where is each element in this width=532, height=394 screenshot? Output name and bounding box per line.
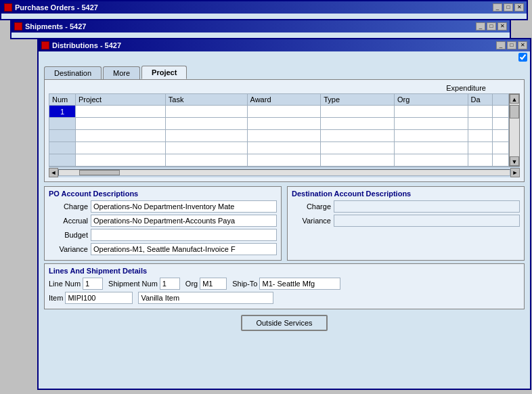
- po-accrual-input[interactable]: [91, 215, 277, 227]
- org-input[interactable]: [200, 278, 227, 290]
- po-window-icon: [4, 3, 12, 12]
- vscroll-down-button[interactable]: ▼: [510, 156, 519, 166]
- table-cell-project[interactable]: [75, 130, 165, 142]
- table-cell-project[interactable]: [75, 142, 165, 154]
- table-cell-award[interactable]: [247, 118, 321, 130]
- table-cell-org[interactable]: [394, 154, 468, 167]
- project-input[interactable]: [77, 120, 164, 128]
- table-cell-award[interactable]: [247, 154, 321, 167]
- tab-more[interactable]: More: [103, 66, 140, 79]
- award-input[interactable]: [249, 108, 319, 116]
- type-input[interactable]: [322, 132, 393, 140]
- org-cell-input[interactable]: [396, 108, 466, 116]
- da-input[interactable]: [470, 132, 491, 140]
- item-desc-input[interactable]: [138, 292, 273, 304]
- item-input[interactable]: [65, 292, 133, 304]
- hscroll-left-button[interactable]: ◄: [49, 168, 58, 177]
- table-cell-da[interactable]: [468, 130, 492, 142]
- task-input[interactable]: [167, 144, 246, 152]
- table-cell-award[interactable]: [247, 130, 321, 142]
- table-cell-da[interactable]: [468, 118, 492, 130]
- dist-minimize-button[interactable]: _: [496, 41, 506, 49]
- po-title: Purchase Orders - 5427: [15, 3, 98, 12]
- table-cell-award[interactable]: [247, 106, 321, 118]
- table-cell-task[interactable]: [165, 118, 247, 130]
- table-cell-org[interactable]: [394, 142, 468, 154]
- award-input[interactable]: [249, 132, 319, 140]
- task-input[interactable]: [167, 108, 246, 116]
- vscroll[interactable]: ▲ ▼: [509, 93, 520, 167]
- type-input[interactable]: [322, 108, 393, 116]
- award-input[interactable]: [249, 120, 319, 128]
- da-input[interactable]: [470, 108, 491, 116]
- dist-title: Distributions - 5427: [52, 41, 121, 49]
- hscroll-right-button[interactable]: ►: [510, 168, 520, 177]
- dist-close-button[interactable]: ✕: [518, 41, 527, 49]
- table-row-num: [49, 118, 76, 130]
- type-input[interactable]: [322, 144, 393, 152]
- task-input[interactable]: [167, 120, 246, 128]
- award-input[interactable]: [249, 144, 319, 152]
- tab-destination[interactable]: Destination: [44, 66, 102, 79]
- table-cell-org[interactable]: [394, 106, 468, 118]
- da-input[interactable]: [470, 120, 491, 128]
- table-cell-project[interactable]: [75, 118, 165, 130]
- top-checkbox[interactable]: [518, 53, 527, 62]
- ship-to-input[interactable]: [259, 278, 340, 290]
- org-cell-input[interactable]: [396, 120, 466, 128]
- table-cell-task[interactable]: [165, 130, 247, 142]
- table-cell-task[interactable]: [165, 106, 247, 118]
- task-input[interactable]: [167, 156, 246, 165]
- po-budget-row: Budget: [49, 229, 277, 241]
- table-cell-project[interactable]: [75, 106, 165, 118]
- hscroll[interactable]: ◄ ►: [49, 167, 520, 177]
- po-close-button[interactable]: ✕: [514, 3, 524, 12]
- dist-maximize-button[interactable]: □: [507, 41, 516, 49]
- ship-minimize-button[interactable]: _: [476, 22, 485, 30]
- dest-variance-input[interactable]: [334, 215, 520, 227]
- table-cell-type[interactable]: [321, 118, 395, 130]
- po-maximize-button[interactable]: □: [504, 3, 513, 12]
- da-input[interactable]: [470, 144, 491, 152]
- type-input[interactable]: [322, 156, 393, 165]
- po-budget-input[interactable]: [91, 229, 277, 241]
- org-cell-input[interactable]: [396, 156, 466, 165]
- project-input[interactable]: [77, 108, 164, 116]
- table-cell-da[interactable]: [468, 142, 492, 154]
- table-cell-type[interactable]: [321, 154, 395, 167]
- po-minimize-button[interactable]: _: [493, 3, 502, 12]
- vscroll-thumb[interactable]: [510, 105, 519, 118]
- tab-project[interactable]: Project: [141, 66, 187, 79]
- task-input[interactable]: [167, 132, 246, 140]
- line-num-input[interactable]: [83, 278, 103, 290]
- hscroll-thumb[interactable]: [79, 170, 120, 175]
- dest-charge-input[interactable]: [334, 200, 520, 213]
- da-input[interactable]: [470, 156, 491, 165]
- table-cell-org[interactable]: [394, 130, 468, 142]
- ship-window-icon: [14, 22, 22, 30]
- table-cell-award[interactable]: [247, 142, 321, 154]
- ship-close-button[interactable]: ✕: [497, 22, 507, 30]
- project-input[interactable]: [77, 144, 164, 152]
- shipment-num-input[interactable]: [160, 278, 180, 290]
- org-cell-input[interactable]: [396, 132, 466, 140]
- award-input[interactable]: [249, 156, 319, 165]
- table-cell-task[interactable]: [165, 142, 247, 154]
- table-cell-type[interactable]: [321, 106, 395, 118]
- table-cell-project[interactable]: [75, 154, 165, 167]
- po-variance-input[interactable]: [91, 243, 277, 255]
- vscroll-up-button[interactable]: ▲: [510, 94, 519, 104]
- table-cell-task[interactable]: [165, 154, 247, 167]
- ship-maximize-button[interactable]: □: [487, 22, 496, 30]
- table-cell-type[interactable]: [321, 142, 395, 154]
- project-input[interactable]: [77, 156, 164, 165]
- type-input[interactable]: [322, 120, 393, 128]
- po-charge-input[interactable]: [91, 200, 277, 213]
- project-input[interactable]: [77, 132, 164, 140]
- org-cell-input[interactable]: [396, 144, 466, 152]
- outside-services-button[interactable]: Outside Services: [241, 315, 327, 331]
- table-cell-da[interactable]: [468, 154, 492, 167]
- table-cell-org[interactable]: [394, 118, 468, 130]
- table-cell-da[interactable]: [468, 106, 492, 118]
- table-cell-type[interactable]: [321, 130, 395, 142]
